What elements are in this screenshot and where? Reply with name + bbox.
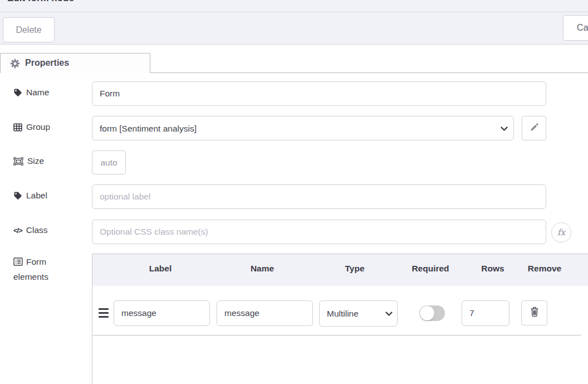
required-toggle[interactable]	[419, 305, 445, 321]
expression-fx-button[interactable]: fx	[551, 222, 571, 242]
name-input[interactable]	[92, 81, 546, 106]
edit-group-button[interactable]	[522, 116, 546, 140]
column-header-name: Name	[251, 264, 274, 274]
tab-bar: Properties	[0, 45, 588, 73]
element-type-select[interactable]: Multiline	[319, 300, 398, 327]
table-header-row: Label Name Type Required Rows Remove	[92, 254, 588, 286]
tag-icon	[13, 88, 22, 97]
element-label-input[interactable]	[114, 300, 210, 326]
label-field-label: Label	[13, 191, 47, 201]
group-field-label: Group	[13, 122, 50, 132]
form-elements-table: Label Name Type Required Rows Remove Mul…	[92, 254, 588, 384]
pencil-icon	[530, 123, 539, 132]
column-header-rows: Rows	[481, 264, 504, 274]
tab-properties[interactable]: Properties	[0, 53, 150, 73]
table-icon	[13, 123, 22, 132]
column-header-required: Required	[411, 264, 449, 274]
dialog-toolbar: Delete Cancel	[0, 12, 588, 45]
cancel-button[interactable]: Cancel	[563, 15, 588, 41]
group-select[interactable]: form [Sentiment analysis]	[92, 116, 514, 140]
drag-handle-icon[interactable]	[99, 308, 109, 318]
class-input[interactable]	[92, 220, 546, 244]
column-header-type: Type	[345, 264, 364, 274]
code-icon: </>	[13, 226, 22, 235]
gear-icon	[10, 59, 20, 69]
element-name-input[interactable]	[217, 300, 313, 326]
list-icon	[13, 257, 23, 266]
remove-element-button[interactable]	[521, 300, 547, 325]
column-header-label: Label	[149, 264, 171, 274]
tab-properties-label: Properties	[25, 58, 69, 68]
tag-icon	[13, 191, 22, 200]
element-rows-input[interactable]	[462, 300, 509, 326]
column-header-remove: Remove	[528, 264, 561, 274]
dialog-title: Edit form node	[7, 0, 74, 4]
trash-icon	[529, 306, 540, 318]
size-field-label: Size	[13, 156, 44, 166]
delete-button[interactable]: Delete	[3, 17, 55, 42]
class-field-label: </> Class	[13, 225, 48, 235]
dialog-header: Edit form node	[0, 0, 588, 12]
form-elements-label: Form elements	[13, 254, 76, 284]
row-divider	[92, 335, 581, 336]
size-auto-button[interactable]: auto	[92, 150, 126, 174]
object-group-icon	[13, 157, 23, 166]
label-input[interactable]	[92, 184, 546, 209]
name-field-label: Name	[13, 88, 49, 98]
